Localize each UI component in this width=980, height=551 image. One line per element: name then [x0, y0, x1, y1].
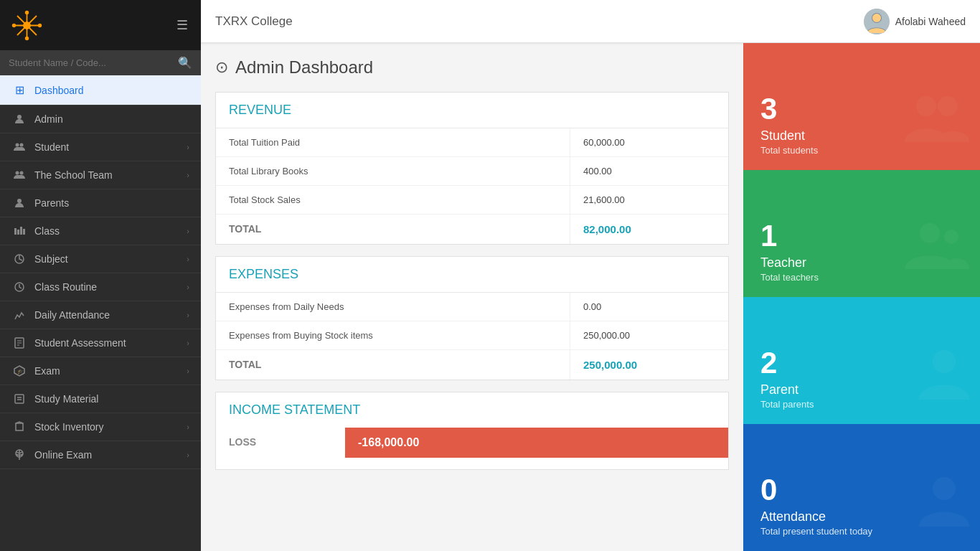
- svg-point-32: [872, 14, 881, 22]
- sidebar: ☰ 🔍 ⊞ Dashboard Admin Student › The: [0, 0, 201, 551]
- teacher-bg-icon: [901, 219, 973, 290]
- sidebar-item-label: Study Material: [34, 393, 98, 405]
- heading-icon: ⊙: [215, 58, 228, 77]
- revenue-label-2: Total Library Books: [216, 157, 570, 185]
- revenue-section: REVENUE Total Tuition Paid 60,000.00 Tot…: [215, 92, 729, 245]
- loss-label: LOSS: [216, 428, 345, 458]
- loss-row: LOSS -168,000.00: [216, 428, 728, 458]
- svg-point-12: [16, 171, 19, 175]
- revenue-total-value: 82,000.00: [570, 215, 728, 244]
- dashboard-icon: ⊞: [11, 83, 27, 97]
- exam-icon: 🎓: [11, 365, 27, 377]
- expenses-section: EXPENSES Expenses from Daily Needs 0.00 …: [215, 256, 729, 380]
- sidebar-item-class-routine[interactable]: Class Routine ›: [0, 273, 201, 301]
- svg-rect-18: [23, 229, 25, 235]
- svg-rect-26: [15, 395, 24, 403]
- revenue-value-3: 21,600.00: [570, 186, 728, 214]
- svg-point-10: [16, 143, 19, 147]
- svg-point-8: [11, 23, 15, 27]
- svg-point-5: [24, 10, 28, 14]
- sidebar-item-label: Subject: [34, 253, 68, 265]
- svg-point-37: [933, 350, 956, 373]
- attendance-icon: [11, 309, 27, 321]
- expenses-row-1: Expenses from Daily Needs 0.00: [216, 293, 728, 321]
- expenses-total-label: TOTAL: [216, 350, 570, 380]
- chevron-right-icon: ›: [187, 283, 189, 291]
- sidebar-item-student[interactable]: Student ›: [0, 133, 201, 161]
- subject-icon: [11, 253, 27, 265]
- sidebar-item-exam[interactable]: 🎓 Exam ›: [0, 357, 201, 385]
- app-logo: [9, 7, 44, 43]
- team-icon: [11, 169, 27, 181]
- revenue-value-1: 60,000.00: [570, 128, 728, 156]
- revenue-value-2: 400.00: [570, 157, 728, 185]
- sidebar-item-dashboard[interactable]: ⊞ Dashboard: [0, 75, 201, 105]
- nav-menu: ⊞ Dashboard Admin Student › The School T…: [0, 75, 201, 469]
- income-section: INCOME STATEMENT LOSS -168,000.00: [215, 392, 729, 470]
- page-title: Admin Dashboard: [235, 57, 373, 77]
- assessment-icon: [11, 337, 27, 349]
- page-heading: ⊙ Admin Dashboard: [215, 57, 729, 77]
- dashboard-content: ⊙ Admin Dashboard REVENUE Total Tuition …: [201, 43, 743, 551]
- student-bg-icon: [901, 92, 973, 163]
- search-input[interactable]: [9, 57, 178, 68]
- sidebar-item-label: Daily Attendance: [34, 309, 110, 321]
- sidebar-item-label: The School Team: [34, 169, 113, 181]
- revenue-total-row: TOTAL 82,000.00: [216, 215, 728, 244]
- svg-rect-16: [17, 230, 19, 235]
- stat-student-card: 3 Student Total students: [743, 43, 980, 170]
- admin-icon: [11, 113, 27, 125]
- expenses-total-row: TOTAL 250,000.00: [216, 350, 728, 380]
- search-bar: 🔍: [0, 50, 201, 75]
- chevron-right-icon: ›: [187, 227, 189, 235]
- svg-point-34: [938, 96, 958, 116]
- sidebar-item-label: Student Assessment: [34, 337, 126, 349]
- svg-point-9: [17, 115, 22, 119]
- hamburger-button[interactable]: ☰: [172, 14, 192, 36]
- revenue-row-3: Total Stock Sales 21,600.00: [216, 186, 728, 215]
- topbar: TXRX College Afolabi Waheed: [201, 0, 980, 43]
- expenses-row-2: Expenses from Buying Stock items 250,000…: [216, 321, 728, 350]
- sidebar-item-online-exam[interactable]: Online Exam ›: [0, 441, 201, 469]
- routine-icon: [11, 281, 27, 293]
- sidebar-item-parents[interactable]: Parents: [0, 189, 201, 217]
- sidebar-item-stock-inventory[interactable]: Stock Inventory ›: [0, 413, 201, 441]
- user-name: Afolabi Waheed: [895, 16, 966, 27]
- user-info: Afolabi Waheed: [864, 9, 966, 34]
- chevron-right-icon: ›: [187, 143, 189, 151]
- sidebar-header: ☰: [0, 0, 201, 50]
- app-title: TXRX College: [215, 14, 293, 29]
- revenue-row-1: Total Tuition Paid 60,000.00: [216, 128, 728, 157]
- revenue-label-3: Total Stock Sales: [216, 186, 570, 214]
- sidebar-item-label: Exam: [34, 365, 60, 377]
- sidebar-item-label: Class: [34, 225, 60, 237]
- sidebar-item-daily-attendance[interactable]: Daily Attendance ›: [0, 301, 201, 329]
- stock-icon: [11, 421, 27, 433]
- expenses-label-1: Expenses from Daily Needs: [216, 293, 570, 321]
- revenue-total-label: TOTAL: [216, 215, 570, 244]
- svg-point-14: [17, 199, 22, 203]
- chevron-right-icon: ›: [187, 339, 189, 347]
- revenue-title: REVENUE: [216, 93, 728, 128]
- stat-attendance-card: 0 Attendance Total present student today: [743, 424, 980, 551]
- chevron-right-icon: ›: [187, 311, 189, 319]
- sidebar-item-subject[interactable]: Subject ›: [0, 245, 201, 273]
- sidebar-item-admin[interactable]: Admin: [0, 105, 201, 133]
- sidebar-item-label: Parents: [34, 197, 69, 209]
- svg-point-38: [933, 477, 956, 500]
- sidebar-item-school-team[interactable]: The School Team ›: [0, 161, 201, 189]
- svg-point-33: [916, 96, 936, 116]
- stats-sidebar: 3 Student Total students 1 Teacher Total…: [743, 43, 980, 551]
- expenses-label-2: Expenses from Buying Stock items: [216, 321, 570, 349]
- sidebar-item-student-assessment[interactable]: Student Assessment ›: [0, 329, 201, 357]
- sidebar-item-label: Admin: [34, 113, 63, 125]
- attendance-bg-icon: [915, 473, 973, 544]
- sidebar-item-label: Dashboard: [34, 85, 84, 96]
- search-icon[interactable]: 🔍: [178, 56, 192, 70]
- sidebar-item-study-material[interactable]: Study Material: [0, 385, 201, 413]
- chevron-right-icon: ›: [187, 367, 189, 375]
- sidebar-item-label: Online Exam: [34, 449, 92, 461]
- sidebar-item-class[interactable]: Class ›: [0, 217, 201, 245]
- expenses-value-1: 0.00: [570, 293, 728, 321]
- online-exam-icon: [11, 449, 27, 461]
